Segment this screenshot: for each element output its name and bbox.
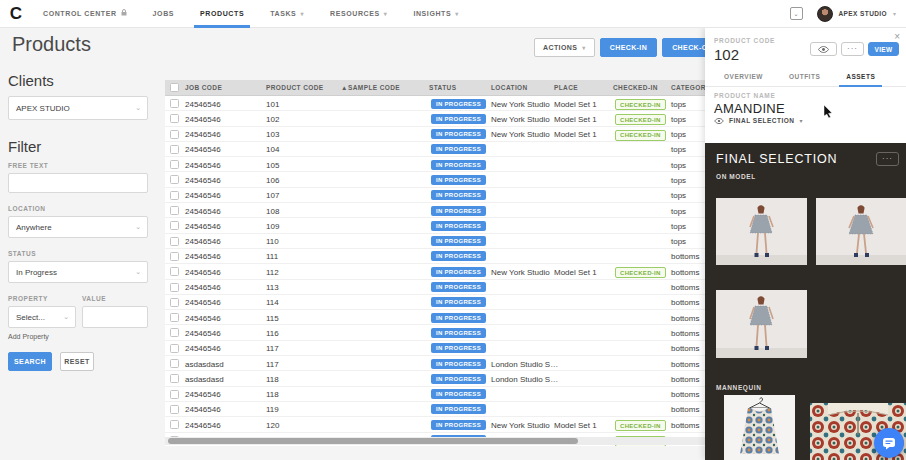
view-button[interactable]: VIEW	[868, 42, 899, 56]
col-checked-in[interactable]: CHECKED-IN	[613, 84, 658, 91]
row-checkbox[interactable]	[170, 344, 179, 353]
header-buttons: ACTIONS ▾ CHECK-IN CHECK-OUT	[534, 38, 728, 57]
cell-status: IN PROGRESS	[431, 251, 486, 261]
cell-product-code: 117	[266, 344, 279, 353]
cell-category: tops	[671, 207, 686, 216]
nav-item-resources[interactable]: RESOURCES ▾	[330, 0, 387, 28]
cell-location: London Studio S…	[491, 360, 558, 369]
nav-item-tasks[interactable]: TASKS ▾	[270, 0, 304, 28]
horizontal-scrollbar-thumb[interactable]	[168, 438, 578, 444]
cell-status: IN PROGRESS	[431, 160, 486, 170]
cell-product-code: 110	[266, 237, 279, 246]
free-text-label: FREE TEXT	[8, 162, 148, 169]
status-select[interactable]: In Progress ⌄	[8, 261, 148, 283]
row-checkbox[interactable]	[170, 114, 179, 123]
row-checkbox[interactable]	[170, 267, 179, 276]
product-detail-panel: × PRODUCT CODE 102 ··· VIEW OVERVIEW OUT…	[705, 28, 906, 460]
status-badge: IN PROGRESS	[431, 359, 486, 369]
cell-status: IN PROGRESS	[431, 404, 486, 414]
value-input[interactable]	[82, 306, 148, 328]
col-place[interactable]: PLACE	[554, 84, 578, 91]
reset-button[interactable]: RESET	[60, 352, 94, 371]
check-in-button[interactable]: CHECK-IN	[600, 38, 657, 57]
chevron-down-icon: ▾	[893, 10, 896, 17]
row-checkbox[interactable]	[170, 252, 179, 261]
row-checkbox[interactable]	[170, 283, 179, 292]
row-checkbox[interactable]	[170, 420, 179, 429]
inbox-icon[interactable]: ⌄	[790, 7, 803, 20]
select-all-checkbox[interactable]	[170, 83, 179, 92]
chat-launcher-button[interactable]	[874, 428, 904, 458]
cell-category: bottoms	[671, 252, 699, 261]
col-product-code[interactable]: PRODUCT CODE	[266, 84, 324, 91]
row-checkbox[interactable]	[170, 390, 179, 399]
status-badge: IN PROGRESS	[431, 282, 486, 292]
preview-eye-button[interactable]	[810, 42, 837, 56]
status-badge: IN PROGRESS	[431, 114, 486, 124]
search-button[interactable]: SEARCH	[8, 352, 52, 371]
row-checkbox[interactable]	[170, 221, 179, 230]
app-logo[interactable]: C	[7, 5, 25, 23]
row-checkbox[interactable]	[170, 374, 179, 383]
row-checkbox[interactable]	[170, 130, 179, 139]
row-checkbox[interactable]	[170, 298, 179, 307]
cell-product-code: 105	[266, 161, 279, 170]
cell-checked-in: CHECKED-IN	[615, 99, 666, 110]
asset-photo-on-model-1[interactable]	[716, 198, 807, 265]
cell-status: IN PROGRESS	[431, 114, 486, 124]
more-options-button[interactable]: ···	[841, 42, 864, 56]
sort-ascending-icon[interactable]: ▲	[341, 84, 348, 91]
row-checkbox[interactable]	[170, 359, 179, 368]
row-checkbox[interactable]	[170, 191, 179, 200]
asset-photo-on-model-3[interactable]	[716, 290, 807, 358]
tab-outfits[interactable]: OUTFITS	[789, 66, 820, 87]
row-checkbox[interactable]	[170, 328, 179, 337]
cell-status: IN PROGRESS	[431, 190, 486, 200]
row-checkbox[interactable]	[170, 175, 179, 184]
actions-button[interactable]: ACTIONS ▾	[534, 38, 595, 57]
row-checkbox[interactable]	[170, 145, 179, 154]
group-label-on-model: ON MODEL	[716, 173, 756, 180]
nav-item-jobs[interactable]: JOBS	[153, 0, 174, 28]
add-property-link[interactable]: Add Property	[8, 333, 148, 340]
col-job-code[interactable]: JOB CODE	[185, 84, 222, 91]
cell-location: London Studio S…	[491, 375, 558, 384]
cell-location: New York Studio	[491, 115, 550, 124]
nav-item-control-center[interactable]: CONTROL CENTER	[43, 0, 127, 28]
account-name: APEX STUDIO	[839, 10, 887, 17]
final-selection-section: FINAL SELECTION ··· ON MODEL MANNEQUIN	[705, 143, 906, 460]
tab-assets[interactable]: ASSETS	[846, 66, 875, 87]
client-select[interactable]: APEX STUDIO ⌄	[8, 96, 148, 120]
row-checkbox[interactable]	[170, 237, 179, 246]
row-checkbox[interactable]	[170, 206, 179, 215]
nav-item-insights[interactable]: INSIGHTS ▾	[413, 0, 458, 28]
status-badge: IN PROGRESS	[431, 221, 486, 231]
cell-product-code: 102	[266, 115, 279, 124]
cell-job-code: 24546546	[185, 191, 221, 200]
property-select[interactable]: Select... ⌄	[8, 306, 76, 328]
account-menu[interactable]: APEX STUDIO ▾	[817, 6, 896, 22]
section-more-options-button[interactable]: ···	[876, 152, 899, 166]
product-code-label: PRODUCT CODE	[714, 37, 775, 44]
asset-photo-mannequin-1[interactable]	[724, 395, 795, 460]
cell-location: New York Studio	[491, 421, 550, 430]
row-checkbox[interactable]	[170, 99, 179, 108]
col-location[interactable]: LOCATION	[491, 84, 528, 91]
col-sample-code[interactable]: SAMPLE CODE	[348, 84, 400, 91]
row-checkbox[interactable]	[170, 405, 179, 414]
close-icon[interactable]: ×	[894, 31, 900, 42]
selection-filter-dropdown[interactable]: FINAL SELECTION ▾	[714, 117, 803, 124]
tab-overview[interactable]: OVERVIEW	[724, 66, 763, 87]
row-checkbox[interactable]	[170, 313, 179, 322]
free-text-input[interactable]	[8, 173, 148, 193]
location-select[interactable]: Anywhere ⌄	[8, 216, 148, 238]
status-badge: IN PROGRESS	[431, 160, 486, 170]
nav-item-products[interactable]: PRODUCTS	[200, 0, 244, 28]
horizontal-scrollbar-track[interactable]	[165, 437, 705, 445]
row-checkbox[interactable]	[170, 160, 179, 169]
cell-location: New York Studio	[491, 100, 550, 109]
chevron-down-icon: ▾	[800, 117, 803, 124]
asset-photo-on-model-2[interactable]	[816, 198, 906, 265]
status-badge: IN PROGRESS	[431, 236, 486, 246]
col-status[interactable]: STATUS	[429, 84, 456, 91]
